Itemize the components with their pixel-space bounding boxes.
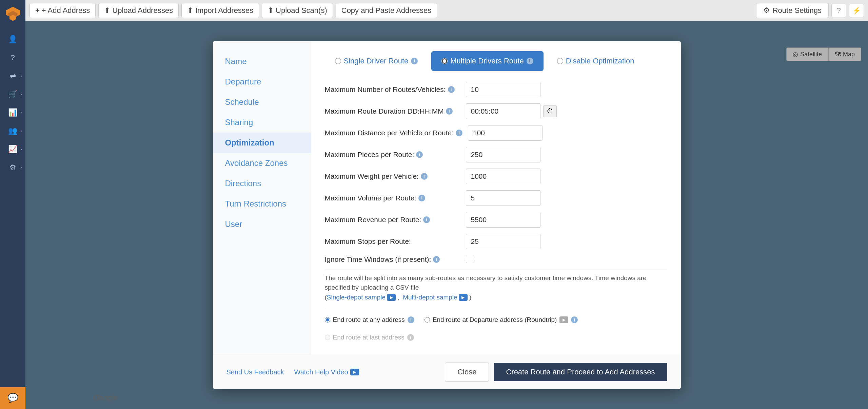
plus-icon: + bbox=[35, 6, 40, 15]
flash-icon: ⚡ bbox=[852, 6, 861, 15]
sidebar-item-team[interactable]: 👥 › bbox=[2, 122, 23, 140]
max-stops-label: Maximum Stops per Route: bbox=[325, 237, 460, 246]
settings-icon: ⚙ bbox=[9, 163, 16, 172]
max-weight-label: Maximum Weight per Vehicle: i bbox=[325, 172, 460, 180]
duration-picker-icon[interactable]: ⏱ bbox=[543, 105, 557, 117]
sidebar-item-cart[interactable]: 🛒 › bbox=[2, 85, 23, 103]
modal-body: Name Departure Schedule Sharing Optimiza… bbox=[213, 41, 681, 355]
end-any-info-icon[interactable]: i bbox=[408, 316, 414, 323]
ignore-time-windows-label: Ignore Time Windows (if present): i bbox=[325, 255, 460, 264]
max-volume-input[interactable] bbox=[466, 190, 540, 206]
add-driver-icon: 👤 bbox=[8, 35, 17, 44]
sidebar-item-settings[interactable]: ⚙ › bbox=[2, 159, 23, 176]
create-route-button[interactable]: Create Route and Proceed to Add Addresse… bbox=[494, 363, 667, 381]
routes-icon: ⇌ bbox=[10, 72, 16, 80]
watch-help-video-link[interactable]: Watch Help Video ▶ bbox=[294, 368, 359, 376]
nav-item-directions[interactable]: Directions bbox=[213, 173, 311, 194]
add-address-button[interactable]: + + Add Address bbox=[29, 3, 96, 18]
chevron-right-icon: › bbox=[21, 165, 22, 170]
flash-button[interactable]: ⚡ bbox=[849, 4, 864, 17]
max-stops-input[interactable] bbox=[466, 234, 540, 249]
sidebar-item-analytics[interactable]: 📊 › bbox=[2, 104, 23, 121]
single-depot-sample-link[interactable]: Single-depot sample ▶ bbox=[327, 293, 396, 303]
modal-footer: Send Us Feedback Watch Help Video ▶ Clos… bbox=[213, 355, 681, 389]
help-button[interactable]: ? bbox=[831, 4, 846, 17]
sidebar-item-routes[interactable]: ⇌ › bbox=[2, 67, 23, 85]
end-departure-radio[interactable] bbox=[425, 317, 430, 323]
nav-item-sharing[interactable]: Sharing bbox=[213, 112, 311, 133]
nav-item-avoidance-zones[interactable]: Avoidance Zones bbox=[213, 153, 311, 173]
upload-addresses-button[interactable]: ⬆ Upload Addresses bbox=[98, 3, 179, 18]
nav-item-optimization[interactable]: Optimization bbox=[213, 133, 311, 153]
max-routes-info-icon[interactable]: i bbox=[448, 86, 455, 93]
max-distance-info-icon[interactable]: i bbox=[456, 130, 462, 136]
single-driver-tab[interactable]: Single Driver Route i bbox=[325, 51, 428, 71]
end-departure-info-icon[interactable]: i bbox=[571, 316, 578, 323]
footer-links: Send Us Feedback Watch Help Video ▶ bbox=[226, 368, 359, 376]
nav-item-departure[interactable]: Departure bbox=[213, 72, 311, 92]
max-weight-row: Maximum Weight per Vehicle: i bbox=[325, 169, 667, 184]
end-last-info-icon[interactable]: i bbox=[407, 334, 414, 341]
end-any-radio[interactable] bbox=[325, 317, 330, 323]
footer-actions: Close Create Route and Proceed to Add Ad… bbox=[445, 363, 667, 382]
max-revenue-row: Maximum Revenue per Route: i bbox=[325, 212, 667, 228]
single-driver-radio[interactable] bbox=[335, 58, 341, 64]
end-at-any-address-option[interactable]: End route at any address i bbox=[325, 316, 414, 324]
max-routes-input[interactable] bbox=[466, 82, 540, 97]
import-icon: ⬆ bbox=[187, 6, 193, 15]
nav-item-user[interactable]: User bbox=[213, 214, 311, 234]
end-last-radio[interactable] bbox=[325, 335, 330, 340]
max-volume-info-icon[interactable]: i bbox=[418, 195, 425, 201]
copy-paste-button[interactable]: Copy and Paste Addresses bbox=[336, 3, 437, 18]
ignore-time-windows-info-icon[interactable]: i bbox=[433, 256, 440, 263]
max-weight-input[interactable] bbox=[466, 169, 540, 184]
multiple-drivers-tab[interactable]: Multiple Drivers Route i bbox=[431, 51, 543, 71]
nav-item-schedule[interactable]: Schedule bbox=[213, 92, 311, 112]
scan-icon: ⬆ bbox=[268, 6, 274, 15]
app-logo[interactable] bbox=[3, 3, 23, 26]
close-button[interactable]: Close bbox=[445, 363, 489, 382]
max-duration-input[interactable] bbox=[466, 103, 540, 119]
single-driver-info-icon[interactable]: i bbox=[411, 58, 418, 64]
modal-nav: Name Departure Schedule Sharing Optimiza… bbox=[213, 41, 311, 355]
end-at-last-address-option[interactable]: End route at last address i bbox=[325, 334, 414, 341]
sidebar-item-help[interactable]: ? bbox=[2, 49, 23, 66]
duration-input-group: ⏱ bbox=[466, 103, 557, 119]
team-icon: 👥 bbox=[8, 126, 17, 135]
nav-item-turn-restrictions[interactable]: Turn Restrictions bbox=[213, 194, 311, 214]
max-pieces-input[interactable] bbox=[466, 147, 540, 162]
end-route-options: End route at any address i End route at … bbox=[325, 309, 667, 345]
max-volume-label: Maximum Volume per Route: i bbox=[325, 194, 460, 202]
route-settings-button[interactable]: ⚙ Route Settings bbox=[756, 3, 829, 18]
chat-icon: 💬 bbox=[7, 393, 18, 403]
multiple-drivers-info-icon[interactable]: i bbox=[527, 58, 533, 64]
max-revenue-label: Maximum Revenue per Route: i bbox=[325, 216, 460, 224]
chevron-right-icon: › bbox=[21, 74, 22, 78]
sidebar-item-trends[interactable]: 📈 › bbox=[2, 140, 23, 158]
video-icon-departure: ▶ bbox=[559, 316, 568, 323]
settings-icon: ⚙ bbox=[763, 6, 770, 15]
max-weight-info-icon[interactable]: i bbox=[421, 173, 428, 180]
max-revenue-input[interactable] bbox=[466, 212, 540, 228]
disable-optimization-tab[interactable]: Disable Optimization bbox=[547, 51, 645, 71]
ignore-time-windows-checkbox[interactable] bbox=[466, 256, 473, 263]
end-at-departure-option[interactable]: End route at Departure address (Roundtri… bbox=[425, 316, 578, 324]
chevron-right-icon: › bbox=[21, 147, 22, 152]
max-duration-info-icon[interactable]: i bbox=[446, 108, 453, 115]
upload-scans-button[interactable]: ⬆ Upload Scan(s) bbox=[262, 3, 333, 18]
multiple-drivers-radio[interactable] bbox=[441, 58, 448, 64]
sidebar-item-add-driver[interactable]: 👤 bbox=[2, 31, 23, 48]
send-feedback-link[interactable]: Send Us Feedback bbox=[226, 368, 284, 376]
multi-depot-sample-link[interactable]: Multi-depot sample ▶ bbox=[403, 293, 468, 303]
max-pieces-info-icon[interactable]: i bbox=[416, 151, 423, 158]
max-distance-input[interactable] bbox=[468, 125, 542, 141]
disable-optimization-radio[interactable] bbox=[557, 58, 563, 64]
max-distance-row: Maximum Distance per Vehicle or Route: i bbox=[325, 125, 667, 141]
modal-overlay: Name Departure Schedule Sharing Optimiza… bbox=[25, 21, 868, 409]
max-revenue-info-icon[interactable]: i bbox=[423, 216, 430, 223]
chat-button[interactable]: 💬 bbox=[0, 387, 25, 409]
nav-item-name[interactable]: Name bbox=[213, 51, 311, 72]
max-duration-label: Maximum Route Duration DD:HH:MM i bbox=[325, 107, 460, 115]
import-addresses-button[interactable]: ⬆ Import Addresses bbox=[181, 3, 259, 18]
ignore-time-windows-row: Ignore Time Windows (if present): i bbox=[325, 255, 667, 264]
